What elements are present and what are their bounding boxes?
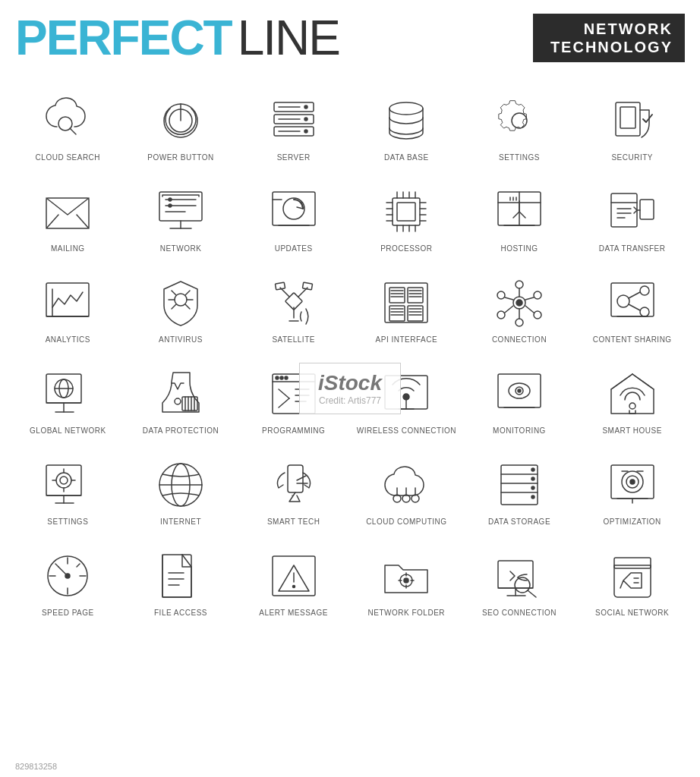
icon-cell-data-transfer: DATA TRANSFER: [575, 168, 689, 260]
smart-house-label: SMART HOUSE: [602, 426, 661, 436]
icon-cell-processor: PROCESSOR: [350, 168, 463, 260]
mailing-icon: [40, 184, 95, 239]
icon-cell-wireless-connection: WIRELESS CONNECTION: [350, 351, 463, 442]
svg-rect-17: [620, 107, 635, 128]
network-folder-label: NETWORK FOLDER: [368, 608, 445, 618]
svg-rect-77: [302, 282, 312, 290]
icon-cell-global-network: GLOBAL NETWORK: [11, 351, 125, 442]
smart-tech-icon: [266, 458, 321, 512]
cloud-computing-label: CLOUD COMPUTING: [366, 517, 446, 527]
icons-grid: CLOUD SEARCH POWER BUTTON: [0, 70, 700, 631]
network-folder-icon: [379, 549, 434, 603]
svg-rect-29: [273, 192, 315, 225]
icon-cell-smart-house: SMART HOUSE: [575, 351, 689, 442]
svg-line-105: [525, 297, 534, 300]
svg-line-115: [629, 292, 640, 298]
wireless-connection-icon: [379, 366, 434, 421]
alert-message-label: ALERT MESSAGE: [259, 608, 328, 618]
icon-cell-speed-page: SPEED PAGE: [11, 533, 125, 624]
network-label: NETWORK: [160, 244, 202, 253]
icon-cell-power-button: POWER BUTTON: [125, 77, 238, 168]
svg-rect-34: [397, 203, 415, 221]
svg-point-208: [292, 586, 295, 588]
seo-connection-label: SEO CONNECTION: [482, 608, 557, 618]
svg-rect-21: [159, 192, 202, 221]
svg-rect-215: [498, 561, 533, 588]
processor-icon: [379, 184, 434, 239]
social-network-label: SOCIAL NETWORK: [595, 608, 669, 618]
svg-point-140: [285, 376, 288, 379]
svg-point-181: [531, 468, 534, 471]
speed-page-label: SPEED PAGE: [42, 608, 94, 618]
svg-rect-84: [408, 306, 423, 321]
icon-cell-internet: INTERNET: [125, 442, 238, 533]
cloud-computing-icon: [379, 458, 434, 512]
svg-point-183: [531, 486, 534, 489]
global-network-label: GLOBAL NETWORK: [30, 426, 106, 436]
icon-cell-server: SERVER: [237, 77, 350, 168]
smart-house-icon: [605, 366, 660, 421]
global-network-icon: [40, 366, 95, 421]
icon-cell-satellite: SATELLITE: [237, 260, 350, 351]
svg-point-130: [175, 398, 181, 404]
settings2-label: SETTINGS: [47, 517, 88, 527]
hosting-label: HOSTING: [500, 244, 538, 253]
alert-message-icon: [266, 549, 321, 603]
updates-icon: [266, 184, 321, 239]
svg-point-197: [65, 574, 70, 578]
satellite-label: SATELLITE: [272, 335, 315, 344]
internet-icon: [153, 458, 208, 512]
svg-rect-55: [611, 193, 637, 227]
svg-point-142: [403, 394, 409, 400]
icon-cell-settings2: SETTINGS: [11, 442, 125, 533]
svg-line-199: [77, 564, 80, 567]
wireless-connection-label: WIRELESS CONNECTION: [357, 426, 456, 436]
svg-line-109: [505, 297, 513, 300]
svg-point-139: [280, 376, 283, 379]
analytics-icon: [40, 275, 95, 330]
badge-network: NETWORK: [584, 20, 673, 38]
file-access-label: FILE ACCESS: [154, 608, 207, 618]
antivirus-label: ANTIVIRUS: [159, 335, 203, 344]
svg-line-152: [632, 374, 654, 389]
icon-cell-connection: CONNECTION: [463, 260, 576, 351]
antivirus-icon: [153, 275, 208, 330]
updates-label: UPDATES: [275, 244, 313, 253]
programming-icon: [266, 366, 321, 421]
svg-point-158: [56, 473, 71, 488]
svg-rect-81: [389, 288, 405, 303]
header-title: PERFECT LINE: [15, 14, 533, 62]
analytics-label: ANALYTICS: [46, 335, 90, 344]
badge-technology: TECHNOLOGY: [550, 38, 673, 56]
svg-point-153: [629, 403, 635, 409]
icon-cell-network-folder: NETWORK FOLDER: [350, 533, 463, 624]
svg-point-15: [512, 113, 527, 128]
settings-icon: [492, 93, 547, 148]
svg-point-101: [516, 319, 523, 326]
icon-cell-settings: SETTINGS: [463, 77, 576, 168]
icon-cell-data-storage: DATA STORAGE: [463, 442, 576, 533]
programming-label: PROGRAMMING: [262, 426, 325, 436]
svg-line-151: [611, 374, 632, 389]
svg-point-148: [518, 389, 521, 392]
api-interface-icon: [379, 275, 434, 330]
svg-point-184: [531, 495, 534, 499]
data-protection-icon: [153, 366, 208, 421]
icon-cell-file-access: FILE ACCESS: [125, 533, 238, 624]
icon-cell-social-network: SOCIAL NETWORK: [575, 533, 689, 624]
data-storage-label: DATA STORAGE: [488, 517, 550, 527]
svg-line-72: [185, 304, 190, 309]
icon-cell-smart-tech: SMART TECH: [237, 442, 350, 533]
svg-point-14: [389, 102, 423, 115]
svg-point-210: [404, 578, 408, 583]
seo-connection-icon: [492, 549, 547, 603]
connection-icon: [492, 275, 547, 330]
icon-cell-cloud-search: CLOUD SEARCH: [11, 77, 125, 168]
svg-rect-221: [614, 558, 651, 568]
title-line: LINE: [238, 14, 339, 62]
smart-tech-label: SMART TECH: [267, 517, 320, 527]
database-icon: [379, 93, 434, 148]
icon-cell-security: SECURITY: [575, 77, 689, 168]
svg-point-114: [617, 295, 629, 307]
svg-point-188: [630, 480, 635, 484]
